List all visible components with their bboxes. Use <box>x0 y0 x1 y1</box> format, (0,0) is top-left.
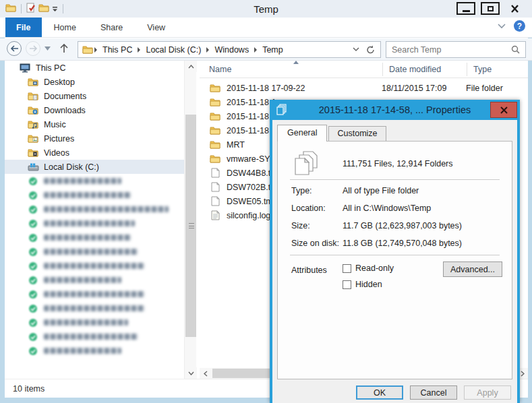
address-dropdown-icon[interactable] <box>353 47 359 52</box>
explorer-folder-icon[interactable] <box>5 3 16 15</box>
scroll-up-button[interactable] <box>185 61 197 72</box>
new-folder-icon[interactable] <box>38 3 49 15</box>
field-label: Size on disk: <box>291 239 339 248</box>
breadcrumb-arrow-icon <box>94 47 97 53</box>
sidebar-item-desktop[interactable]: Desktop <box>5 75 184 89</box>
breadcrumb-item[interactable]: Windows <box>210 45 253 55</box>
general-tab-page: 111,751 Files, 12,914 Folders Type:All o… <box>277 141 512 379</box>
recent-locations-dropdown-icon[interactable] <box>45 46 51 51</box>
ribbon-tab-home[interactable]: Home <box>42 18 88 37</box>
sidebar-item-pictures[interactable]: Pictures <box>5 131 184 146</box>
refresh-icon[interactable] <box>366 45 375 54</box>
column-header-type[interactable]: Type <box>473 65 492 74</box>
sidebar-item-local-disk-c[interactable]: Local Disk (C:) <box>5 160 184 174</box>
sidebar-item-downloads[interactable]: Downloads <box>5 103 184 117</box>
search-icon[interactable] <box>511 45 525 54</box>
sidebar-item-redacted[interactable] <box>5 216 184 230</box>
scroll-down-button[interactable] <box>185 367 197 379</box>
breadcrumb-item[interactable]: Temp <box>258 45 287 55</box>
minimize-ribbon-icon[interactable] <box>498 24 506 29</box>
breadcrumb-arrow-icon <box>138 47 140 53</box>
close-icon <box>500 106 508 114</box>
scroll-left-button[interactable] <box>200 368 211 379</box>
file-icon <box>209 168 221 178</box>
network-check-icon <box>27 233 39 243</box>
sidebar-item-documents[interactable]: Documents <box>5 89 184 103</box>
minimize-button[interactable] <box>456 2 475 15</box>
column-headers: Name Date modified Type <box>200 61 528 78</box>
scrollbar-thumb[interactable] <box>212 369 276 378</box>
file-type: File folder <box>466 84 503 93</box>
breadcrumb-item[interactable]: This PC <box>98 45 136 55</box>
videos-icon <box>27 148 39 157</box>
sidebar-item-redacted[interactable] <box>5 344 184 358</box>
ribbon-tab-bar: FileHomeShareView <box>0 18 532 38</box>
file-date-modified: 18/11/2015 17:09 <box>382 84 466 93</box>
column-header-date-modified[interactable]: Date modified <box>389 65 441 74</box>
back-button[interactable] <box>7 41 22 56</box>
column-separator[interactable] <box>382 63 383 76</box>
sidebar-item-redacted[interactable] <box>5 245 184 259</box>
close-icon <box>510 5 519 13</box>
window-border-right <box>528 18 532 403</box>
sidebar-item-redacted[interactable] <box>5 273 184 287</box>
sidebar-item-redacted[interactable] <box>5 230 184 245</box>
music-icon <box>27 120 39 129</box>
window-border-left <box>0 18 5 403</box>
ribbon-tab-view[interactable]: View <box>135 18 177 37</box>
ribbon-tab-file[interactable]: File <box>5 18 42 37</box>
cancel-button[interactable]: Cancel <box>410 385 457 400</box>
up-button[interactable] <box>60 44 68 53</box>
column-header-name[interactable]: Name <box>209 65 231 74</box>
file-icon <box>209 182 221 192</box>
checkbox-unchecked[interactable] <box>343 264 351 273</box>
documents-icon <box>27 92 39 100</box>
sidebar-item-redacted[interactable] <box>5 202 184 216</box>
field-label: Location: <box>291 204 326 213</box>
sidebar-item-this-pc[interactable]: This PC <box>5 61 184 75</box>
network-check-icon <box>27 346 39 356</box>
sidebar-item-redacted[interactable] <box>5 174 184 188</box>
breadcrumb-item[interactable]: Local Disk (C:) <box>142 45 205 55</box>
redacted-label <box>44 319 128 326</box>
window-title: Temp <box>0 3 532 15</box>
close-button[interactable] <box>505 2 524 15</box>
forward-button[interactable] <box>26 41 40 56</box>
properties-icon[interactable] <box>26 3 36 16</box>
advanced-button[interactable]: Advanced... <box>443 261 502 277</box>
item-count: 10 items <box>13 384 45 394</box>
network-check-icon <box>27 205 39 214</box>
sidebar-scrollbar[interactable] <box>184 61 196 379</box>
dialog-close-button[interactable] <box>490 102 517 118</box>
address-box[interactable]: This PCLocal Disk (C:)WindowsTemp <box>78 41 381 58</box>
sidebar-item-redacted[interactable] <box>5 301 184 315</box>
ok-button[interactable]: OK <box>356 385 403 400</box>
search-input[interactable] <box>386 45 511 55</box>
customize-qat-dropdown[interactable] <box>52 3 58 15</box>
location-folder-icon <box>82 45 93 54</box>
sidebar-item-redacted[interactable] <box>5 330 184 344</box>
sidebar-item-music[interactable]: Music <box>5 117 184 131</box>
dialog-tab-customize[interactable]: Customize <box>328 126 386 142</box>
checkbox-label: Hidden <box>355 280 382 289</box>
maximize-button[interactable] <box>481 2 500 15</box>
attributes-label: Attributes <box>291 266 327 275</box>
dialog-tab-general[interactable]: General <box>277 125 327 142</box>
properties-dialog: 2015-11-18 17-14-58, ... Properties Gene… <box>270 100 520 403</box>
disk-icon <box>27 163 39 171</box>
file-name: 2015-11-18 17-09-22 <box>227 84 382 93</box>
scrollbar-thumb[interactable] <box>185 115 196 337</box>
column-separator[interactable] <box>467 63 467 76</box>
ribbon-tab-share[interactable]: Share <box>88 18 135 37</box>
table-row[interactable]: 2015-11-18 17-09-2218/11/2015 17:09File … <box>200 81 528 95</box>
sidebar-item-redacted[interactable] <box>5 188 184 202</box>
checkbox-unchecked[interactable] <box>343 280 351 289</box>
help-icon[interactable]: ? <box>514 20 525 32</box>
sidebar-item-videos[interactable]: Videos <box>5 146 184 160</box>
address-bar: This PCLocal Disk (C:)WindowsTemp <box>0 38 532 61</box>
sidebar-item-redacted[interactable] <box>5 259 184 273</box>
sidebar-item-redacted[interactable] <box>5 315 184 330</box>
sidebar-item-redacted[interactable] <box>5 287 184 301</box>
sidebar-item-label: Local Disk (C:) <box>44 162 99 172</box>
sort-ascending-icon <box>293 61 299 64</box>
